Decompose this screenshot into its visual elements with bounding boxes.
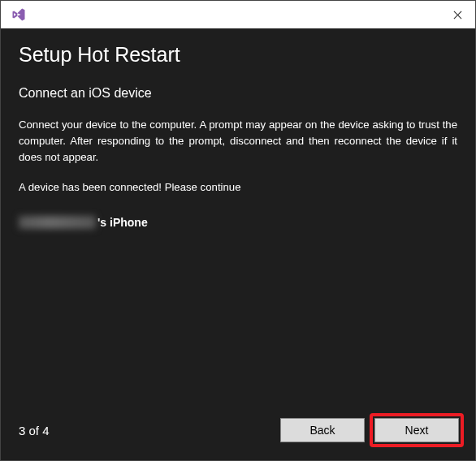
back-button-wrapper: Back [279, 413, 366, 447]
device-name-suffix: 's iPhone [97, 216, 148, 229]
back-button[interactable]: Back [280, 418, 365, 442]
page-title: Setup Hot Restart [19, 43, 457, 67]
page-counter: 3 of 4 [19, 424, 50, 437]
visual-studio-icon [11, 6, 27, 23]
close-button[interactable] [446, 3, 469, 26]
dialog-content: Setup Hot Restart Connect an iOS device … [1, 28, 475, 411]
instructions-text: Connect your device to the computer. A p… [19, 117, 457, 165]
titlebar [1, 1, 475, 28]
dialog-footer: 3 of 4 Back Next [1, 411, 475, 460]
device-name-redacted [19, 216, 96, 229]
next-button[interactable]: Next [374, 418, 459, 442]
page-subtitle: Connect an iOS device [19, 86, 457, 101]
status-text: A device has been connected! Please cont… [19, 181, 457, 193]
device-name: 's iPhone [19, 216, 457, 229]
button-row: Back Next [279, 413, 464, 447]
next-button-highlight: Next [370, 413, 464, 447]
